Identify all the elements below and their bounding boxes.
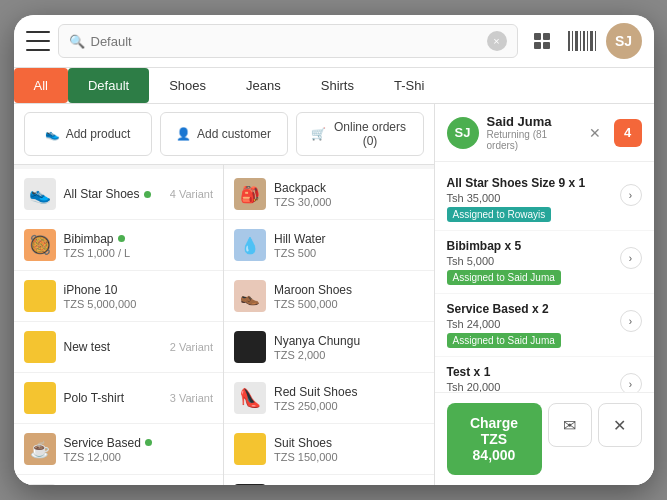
category-tshi[interactable]: T-Shi [374,68,444,103]
cart-item: All Star Shoes Size 9 x 1 Tsh 35,000 Ass… [435,168,654,231]
product-variant: 2 Variant [170,341,213,353]
cart-item-row: Bibimbap x 5 Tsh 5,000 Assigned to Said … [447,239,642,285]
list-item[interactable]: 🥘 Bibimbap TZS 1,000 / L [14,220,224,271]
product-thumb: 💧 [234,229,266,261]
list-item[interactable]: Nyanya Chungu TZS 2,000 [224,322,434,373]
main-content: 👟 Add product 👤 Add customer 🛒 Online or… [14,104,654,485]
svg-rect-4 [568,31,570,51]
cancel-button[interactable]: ✕ [598,403,642,447]
product-thumb [24,331,56,363]
product-thumb [234,331,266,363]
list-item[interactable]: Test TZS 20,000 [224,475,434,485]
cart-item-price: Tsh 35,000 [447,192,586,204]
list-item[interactable]: ☕ Service Based TZS 12,000 [14,424,224,475]
product-price: TZS 2,000 [274,349,424,361]
cart-item-qty-btn[interactable]: › [620,247,642,269]
cart-item-badge: Assigned to Rowayis [447,207,552,222]
avatar-initials: SJ [615,33,632,49]
email-button[interactable]: ✉ [548,403,592,447]
list-item[interactable]: iPhone 10 TZS 5,000,000 [14,271,224,322]
cart-item: Bibimbap x 5 Tsh 5,000 Assigned to Said … [435,231,654,294]
list-item[interactable]: 👟 All Star Shoes 4 Variant [14,169,224,220]
cart-item-name: Bibimbap x 5 [447,239,561,253]
cart-item-name: Test x 1 [447,365,561,379]
add-product-icon: 👟 [45,127,60,141]
charge-bar: Charge TZS 84,000 ✉ ✕ [435,392,654,485]
product-name: Backpack [274,181,424,195]
add-product-label: Add product [66,127,131,141]
product-price: TZS 30,000 [274,196,424,208]
category-shoes[interactable]: Shoes [149,68,226,103]
list-item[interactable]: New test 2 Variant [14,322,224,373]
list-item[interactable]: 👠 Red Suit Shoes TZS 250,000 [224,373,434,424]
product-info: All Star Shoes [64,187,162,201]
add-customer-button[interactable]: 👤 Add customer [160,112,288,156]
product-name: Red Suit Shoes [274,385,424,399]
svg-rect-6 [575,31,578,51]
cart-item-row: Test x 1 Tsh 20,000 Assigned to Said Jum… [447,365,642,392]
list-item[interactable]: 👞 Suit Shoes TZS 250,000 [14,475,224,485]
cart-item-price: Tsh 20,000 [447,381,561,392]
product-price: TZS 150,000 [274,451,424,463]
cart-item-qty-btn[interactable]: › [620,310,642,332]
product-price: TZS 5,000,000 [64,298,214,310]
search-box: 🔍 × [58,24,518,58]
svg-rect-2 [534,42,541,49]
svg-rect-3 [543,42,550,49]
stock-indicator [118,235,125,242]
cart-item-details: Test x 1 Tsh 20,000 Assigned to Said Jum… [447,365,561,392]
cart-item-badge: Assigned to Said Juma [447,333,561,348]
customer-close-button[interactable]: ✕ [584,122,606,144]
top-bar-icons: SJ [526,23,642,59]
product-info: Red Suit Shoes TZS 250,000 [274,385,424,412]
list-item[interactable]: Polo T-shirt 3 Variant [14,373,224,424]
product-name: Maroon Shoes [274,283,424,297]
list-item[interactable]: Suit Shoes TZS 150,000 [224,424,434,475]
product-name: Hill Water [274,232,424,246]
product-name: Suit Shoes [274,436,424,450]
svg-rect-7 [580,31,581,51]
customer-name: Said Juma [487,114,576,129]
product-name: Bibimbap [64,232,214,246]
product-name: All Star Shoes [64,187,162,201]
product-thumb [24,280,56,312]
svg-rect-9 [587,31,588,51]
category-bar: All Default Shoes Jeans Shirts T-Shi [14,68,654,104]
cart-item-qty-btn[interactable]: › [620,373,642,392]
list-item[interactable]: 💧 Hill Water TZS 500 [224,220,434,271]
search-input[interactable] [91,34,487,49]
add-customer-label: Add customer [197,127,271,141]
category-shirts[interactable]: Shirts [301,68,374,103]
category-all[interactable]: All [14,68,68,103]
cart-item-qty-btn[interactable]: › [620,184,642,206]
list-item[interactable]: 👞 Maroon Shoes TZS 500,000 [224,271,434,322]
category-jeans[interactable]: Jeans [226,68,301,103]
online-orders-button[interactable]: 🛒 Online orders (0) [296,112,424,156]
product-thumb [24,382,56,414]
add-product-button[interactable]: 👟 Add product [24,112,152,156]
cart-item-row: All Star Shoes Size 9 x 1 Tsh 35,000 Ass… [447,176,642,222]
product-info: Nyanya Chungu TZS 2,000 [274,334,424,361]
product-thumb: 🥘 [24,229,56,261]
product-info: New test [64,340,162,354]
category-default[interactable]: Default [68,68,149,103]
product-list: 👟 All Star Shoes 4 Variant 🥘 Bibimbap TZ… [14,165,434,485]
grid-icon[interactable] [526,25,558,57]
online-orders-label: Online orders (0) [332,120,409,148]
product-info: Backpack TZS 30,000 [274,181,424,208]
cart-item-badge: Assigned to Said Juma [447,270,561,285]
hamburger-icon[interactable] [26,31,50,51]
product-name: iPhone 10 [64,283,214,297]
barcode-icon[interactable] [566,25,598,57]
stock-indicator [144,191,151,198]
cart-item-name: Service Based x 2 [447,302,561,316]
online-orders-icon: 🛒 [311,127,326,141]
list-item[interactable]: 🎒 Backpack TZS 30,000 [224,169,434,220]
charge-button[interactable]: Charge TZS 84,000 [447,403,542,475]
tablet-frame: 🔍 × [14,15,654,485]
product-name: New test [64,340,162,354]
clear-icon[interactable]: × [487,31,507,51]
product-info: Suit Shoes TZS 150,000 [274,436,424,463]
product-variant: 4 Variant [170,188,213,200]
avatar[interactable]: SJ [606,23,642,59]
